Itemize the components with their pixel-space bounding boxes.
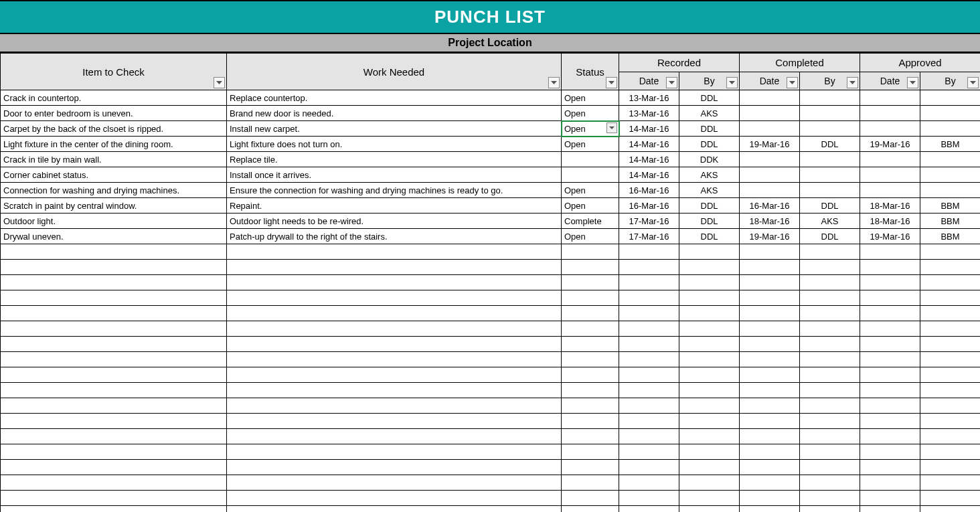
cell-rec_date[interactable]: 14-Mar-16 <box>619 167 679 183</box>
cell-empty[interactable] <box>619 260 679 275</box>
header-recorded-by[interactable]: By <box>679 72 740 90</box>
cell-appr_by[interactable]: BBM <box>920 214 980 229</box>
cell-appr_by[interactable] <box>920 167 980 183</box>
cell-status[interactable]: Open <box>562 106 619 121</box>
cell-empty[interactable] <box>619 275 679 290</box>
cell-empty[interactable] <box>920 290 980 306</box>
cell-empty[interactable] <box>860 414 920 429</box>
cell-rec_by[interactable]: DDL <box>679 214 740 229</box>
cell-empty[interactable] <box>800 260 860 275</box>
cell-empty[interactable] <box>679 260 740 275</box>
filter-icon[interactable] <box>666 77 677 88</box>
cell-empty[interactable] <box>562 444 619 460</box>
cell-item[interactable]: Crack in countertop. <box>1 90 227 106</box>
cell-empty[interactable] <box>920 491 980 506</box>
cell-empty[interactable] <box>1 398 227 414</box>
cell-item[interactable]: Light fixture in the center of the dinin… <box>1 137 227 152</box>
cell-empty[interactable] <box>860 321 920 337</box>
cell-empty[interactable] <box>562 306 619 321</box>
cell-empty[interactable] <box>740 367 800 383</box>
cell-empty[interactable] <box>679 444 740 460</box>
cell-empty[interactable] <box>619 321 679 337</box>
cell-empty[interactable] <box>920 321 980 337</box>
cell-comp_date[interactable] <box>740 183 800 198</box>
cell-comp_by[interactable]: AKS <box>800 214 860 229</box>
cell-empty[interactable] <box>800 275 860 290</box>
cell-empty[interactable] <box>562 506 619 513</box>
cell-empty[interactable] <box>1 306 227 321</box>
cell-status[interactable]: Open <box>562 137 619 152</box>
cell-empty[interactable] <box>920 506 980 513</box>
cell-rec_by[interactable]: DDL <box>679 229 740 244</box>
cell-appr_by[interactable]: BBM <box>920 198 980 214</box>
cell-empty[interactable] <box>227 398 562 414</box>
cell-empty[interactable] <box>679 337 740 352</box>
cell-empty[interactable] <box>562 321 619 337</box>
cell-item[interactable]: Drywal uneven. <box>1 229 227 244</box>
cell-appr_date[interactable] <box>860 167 920 183</box>
header-completed-by[interactable]: By <box>800 72 860 90</box>
cell-empty[interactable] <box>227 414 562 429</box>
cell-empty[interactable] <box>227 383 562 398</box>
cell-empty[interactable] <box>619 352 679 367</box>
cell-empty[interactable] <box>860 475 920 491</box>
filter-icon[interactable] <box>967 77 979 88</box>
cell-empty[interactable] <box>562 367 619 383</box>
cell-appr_by[interactable]: BBM <box>920 229 980 244</box>
cell-comp_date[interactable]: 19-Mar-16 <box>740 229 800 244</box>
cell-empty[interactable] <box>619 491 679 506</box>
cell-work[interactable]: Ensure the connection for washing and dr… <box>227 183 562 198</box>
cell-empty[interactable] <box>800 321 860 337</box>
header-approved-date[interactable]: Date <box>860 72 920 90</box>
cell-rec_by[interactable]: DDL <box>679 121 740 137</box>
cell-empty[interactable] <box>860 275 920 290</box>
cell-empty[interactable] <box>920 337 980 352</box>
cell-empty[interactable] <box>860 491 920 506</box>
cell-empty[interactable] <box>740 491 800 506</box>
cell-empty[interactable] <box>619 398 679 414</box>
cell-empty[interactable] <box>562 290 619 306</box>
cell-status[interactable]: Complete <box>562 214 619 229</box>
cell-empty[interactable] <box>800 244 860 260</box>
cell-empty[interactable] <box>1 429 227 444</box>
header-recorded-date[interactable]: Date <box>619 72 679 90</box>
cell-empty[interactable] <box>227 306 562 321</box>
cell-empty[interactable] <box>679 275 740 290</box>
filter-icon[interactable] <box>787 77 798 88</box>
cell-empty[interactable] <box>619 306 679 321</box>
cell-empty[interactable] <box>562 460 619 475</box>
cell-empty[interactable] <box>679 383 740 398</box>
cell-rec_date[interactable]: 16-Mar-16 <box>619 183 679 198</box>
cell-empty[interactable] <box>227 429 562 444</box>
header-work[interactable]: Work Needed <box>227 54 562 90</box>
cell-empty[interactable] <box>679 414 740 429</box>
cell-empty[interactable] <box>679 352 740 367</box>
cell-empty[interactable] <box>227 491 562 506</box>
cell-rec_by[interactable]: AKS <box>679 183 740 198</box>
cell-empty[interactable] <box>740 290 800 306</box>
cell-empty[interactable] <box>679 429 740 444</box>
cell-empty[interactable] <box>860 244 920 260</box>
cell-work[interactable]: Repaint. <box>227 198 562 214</box>
cell-empty[interactable] <box>679 475 740 491</box>
cell-empty[interactable] <box>619 414 679 429</box>
cell-empty[interactable] <box>800 337 860 352</box>
cell-empty[interactable] <box>860 460 920 475</box>
cell-empty[interactable] <box>619 337 679 352</box>
cell-rec_date[interactable]: 17-Mar-16 <box>619 214 679 229</box>
cell-appr_by[interactable]: BBM <box>920 137 980 152</box>
cell-comp_date[interactable] <box>740 106 800 121</box>
cell-empty[interactable] <box>920 275 980 290</box>
cell-empty[interactable] <box>227 460 562 475</box>
cell-empty[interactable] <box>860 383 920 398</box>
cell-rec_date[interactable]: 13-Mar-16 <box>619 106 679 121</box>
cell-empty[interactable] <box>920 244 980 260</box>
cell-comp_date[interactable]: 18-Mar-16 <box>740 214 800 229</box>
cell-empty[interactable] <box>679 290 740 306</box>
cell-empty[interactable] <box>1 352 227 367</box>
cell-empty[interactable] <box>860 429 920 444</box>
cell-empty[interactable] <box>920 398 980 414</box>
filter-icon[interactable] <box>847 77 858 88</box>
cell-rec_date[interactable]: 14-Mar-16 <box>619 152 679 167</box>
cell-empty[interactable] <box>1 475 227 491</box>
